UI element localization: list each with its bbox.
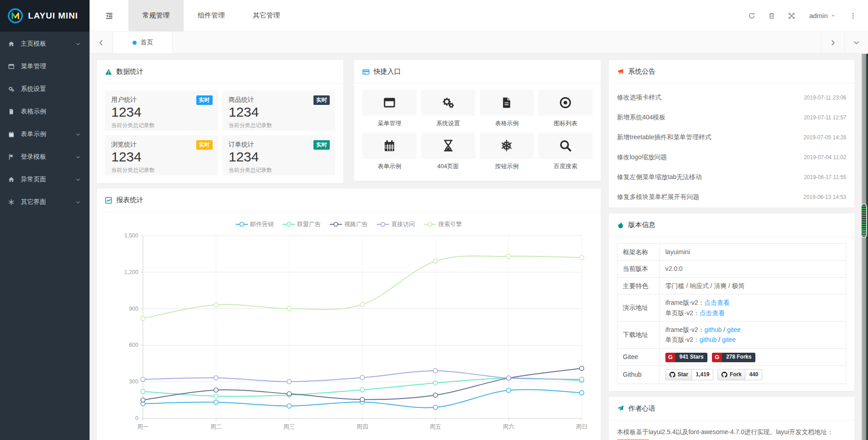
tab-home[interactable]: 首页 (113, 32, 173, 53)
notice-item-2[interactable]: 新增treetable插件和菜单管理样式2019-07-05 14:28 (617, 128, 846, 147)
tab-scroll-left-button[interactable] (90, 32, 113, 53)
tab-scroll-right-button[interactable] (821, 32, 844, 53)
stat-card-0: 用户统计1234当前分类总记录数实时 (105, 90, 218, 131)
report-chart-svg: 03006009001,2001,500周一周二周三周四周五周六周日 (103, 229, 593, 436)
chevron-down-icon (853, 39, 860, 46)
legend-item-3[interactable]: 直接访问 (377, 220, 415, 228)
panel-title: 报表统计 (97, 189, 601, 212)
chart-legend: 邮件营销联盟广告视频广告直接访问搜索引擎 (103, 219, 594, 229)
notice-list: 修改选项卡样式2019-07-11 23:06新增系统404模板2019-07-… (609, 84, 854, 211)
panel-title-text: 数据统计 (116, 67, 143, 76)
tab-operations-button[interactable] (844, 32, 868, 53)
window-icon (8, 63, 16, 70)
header-tab-2[interactable]: 其它管理 (239, 0, 294, 31)
legend-marker-icon (424, 222, 436, 227)
quick-entry-0[interactable]: 菜单管理 (362, 90, 417, 128)
notice-date: 2019-07-11 12:57 (804, 114, 846, 121)
version-label: 框架名称 (617, 244, 660, 260)
link-点击查看[interactable]: 点击查看 (704, 299, 730, 306)
header-tab-1[interactable]: 组件管理 (184, 0, 239, 31)
quick-entry-label: 百度搜索 (538, 162, 593, 170)
legend-item-0[interactable]: 邮件营销 (236, 220, 274, 228)
notice-item-4[interactable]: 修复左侧菜单缩放tab无法移动2019-06-17 11:55 (617, 167, 846, 187)
quick-entry-4[interactable]: 表单示例 (362, 132, 417, 170)
clear-cache-button[interactable] (764, 8, 779, 24)
fullscreen-button[interactable] (784, 8, 799, 24)
quick-entry-2[interactable]: 表格示例 (480, 90, 534, 128)
notice-text: 修复多模块菜单栏展开有问题 (617, 193, 699, 201)
refresh-button[interactable] (744, 8, 759, 24)
right-column: 系统公告 修改选项卡样式2019-07-11 23:06新增系统404模板201… (609, 60, 854, 440)
user-dropdown[interactable]: admin (804, 12, 841, 19)
svg-text:周一: 周一 (137, 423, 149, 430)
more-menu-button[interactable] (845, 8, 861, 24)
notice-item-3[interactable]: 修改logo缩放问题2019-07-04 11:02 (617, 147, 846, 167)
github-star-button[interactable]: Star1,419 (665, 369, 713, 380)
sidebar-item-label: 主页模板 (21, 40, 46, 48)
svg-text:周五: 周五 (430, 423, 441, 430)
notice-text: 新增treetable插件和菜单管理样式 (617, 133, 711, 142)
panel-report-statistics: 报表统计 邮件营销联盟广告视频广告直接访问搜索引擎 03006009001,20… (97, 189, 601, 440)
notice-item-1[interactable]: 新增系统404模板2019-07-11 12:57 (617, 108, 846, 128)
app-root: LAYUI MINI 主页模板菜单管理系统设置表格示例表单示例登录模板异常页面其… (0, 0, 868, 440)
panel-author-words: 作者心语 本模板基于layui2.5.4以及font-awesome-4.7.0… (609, 397, 854, 440)
notice-item-5[interactable]: 修复多模块菜单栏展开有问题2019-06-13 14:53 (617, 187, 846, 207)
version-row-6: GithubStar1,419Fork440 (617, 365, 846, 383)
version-value: layuimini (665, 248, 690, 255)
paper-plane-icon (617, 405, 624, 412)
github-fork-button[interactable]: Fork440 (717, 369, 762, 380)
link-点击查看[interactable]: 点击查看 (699, 309, 725, 317)
sidebar-item-7[interactable]: 其它界面 (0, 191, 90, 213)
quick-entry-label: 表格示例 (480, 119, 534, 128)
menu-collapse-button[interactable] (90, 0, 128, 31)
sidebar-item-4[interactable]: 表单示例 (0, 123, 90, 146)
legend-item-2[interactable]: 视频广告 (330, 220, 368, 228)
link-gitee[interactable]: gitee (722, 336, 735, 343)
calendar-icon (362, 132, 417, 159)
panel-title-text: 系统公告 (628, 67, 655, 76)
gitee-logo-icon: G (712, 353, 722, 362)
bullseye-icon (538, 90, 593, 116)
quick-entry-3[interactable]: 图标列表 (538, 90, 593, 128)
panel-title: 系统公告 (609, 60, 854, 84)
top-header: 常规管理组件管理其它管理 admin (90, 0, 868, 32)
sidebar-item-3[interactable]: 表格示例 (0, 100, 90, 123)
stat-card-2: 浏览统计1234当前分类总记录数实时 (105, 135, 218, 175)
panel-title: 数据统计 (97, 60, 343, 84)
legend-label: 邮件营销 (250, 220, 274, 228)
panel-title: 版本信息 (609, 213, 854, 237)
logo[interactable]: LAYUI MINI (0, 0, 90, 32)
page-scrollbar[interactable] (860, 54, 868, 440)
sidebar-item-0[interactable]: 主页模板 (0, 33, 90, 55)
header-tab-0[interactable]: 常规管理 (128, 0, 184, 31)
scrollbar-thumb[interactable] (861, 203, 867, 238)
notice-item-0[interactable]: 修改选项卡样式2019-07-11 23:06 (617, 88, 846, 108)
quick-entry-6[interactable]: 按钮示例 (480, 132, 534, 170)
version-label: Github (617, 365, 660, 383)
active-tab-dot (133, 41, 137, 45)
gitee-badge[interactable]: G941 Stars (665, 353, 707, 362)
stat-desc: 当前分类总记录数 (229, 122, 329, 129)
left-column: 数据统计 用户统计1234当前分类总记录数实时商品统计1234当前分类总记录数实… (97, 60, 601, 440)
version-row-4: 下载地址iframe版-v2：github / gitee单页版-v2：gith… (617, 321, 846, 348)
legend-marker-icon (377, 222, 389, 227)
panel-title-text: 报表统计 (116, 196, 143, 204)
link-gitee[interactable]: gitee (727, 326, 740, 333)
svg-text:0: 0 (135, 415, 138, 421)
sidebar-item-5[interactable]: 登录模板 (0, 146, 90, 168)
hourglass-icon (421, 132, 475, 159)
gitee-badge[interactable]: G278 Forks (712, 353, 755, 362)
sidebar-item-2[interactable]: 系统设置 (0, 78, 90, 100)
legend-item-1[interactable]: 联盟广告 (283, 220, 321, 228)
sidebar-item-6[interactable]: 异常页面 (0, 168, 90, 191)
legend-item-4[interactable]: 搜索引擎 (424, 220, 462, 228)
quick-entry-7[interactable]: 百度搜索 (538, 132, 593, 170)
quick-entry-5[interactable]: 404页面 (421, 132, 475, 170)
legend-marker-icon (283, 222, 295, 227)
link-github[interactable]: github (704, 326, 721, 333)
quick-entry-1[interactable]: 系统设置 (421, 90, 475, 128)
sidebar-item-1[interactable]: 菜单管理 (0, 55, 90, 78)
chevron-down-icon (76, 177, 81, 182)
link-github[interactable]: github (699, 336, 716, 343)
svg-text:周日: 周日 (576, 423, 588, 430)
